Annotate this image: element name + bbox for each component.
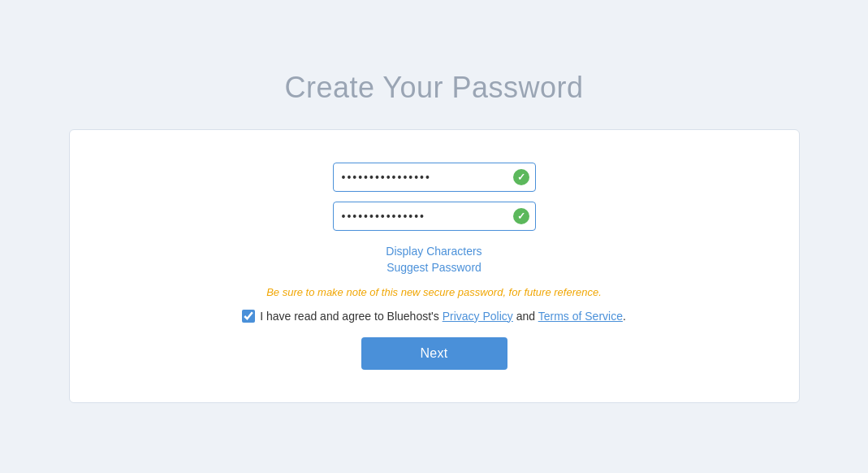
page-title: Create Your Password [284, 71, 583, 105]
display-characters-link[interactable]: Display Characters [386, 244, 482, 258]
next-button[interactable]: Next [361, 337, 507, 370]
password-2-check-icon [513, 208, 529, 224]
password-input-2[interactable] [333, 202, 536, 231]
password-1-check-icon [513, 169, 529, 185]
agree-row: I have read and agree to Bluehost's Priv… [242, 310, 626, 323]
privacy-policy-link[interactable]: Privacy Policy [443, 310, 513, 323]
password-input-1[interactable] [333, 163, 536, 192]
agree-text-before: I have read and agree to Bluehost's [260, 310, 443, 323]
password-warning: Be sure to make note of this new secure … [266, 286, 602, 298]
agree-checkbox[interactable] [242, 310, 255, 323]
agree-text-after: . [623, 310, 626, 323]
password-card: Display Characters Suggest Password Be s… [69, 129, 800, 403]
password-links: Display Characters Suggest Password [386, 244, 482, 275]
agree-label: I have read and agree to Bluehost's Priv… [260, 310, 626, 323]
suggest-password-link[interactable]: Suggest Password [386, 260, 482, 275]
agree-text-mid: and [513, 310, 538, 323]
terms-of-service-link[interactable]: Terms of Service [538, 310, 623, 323]
password-field-1-wrapper [333, 163, 536, 192]
password-field-2-wrapper [333, 202, 536, 231]
